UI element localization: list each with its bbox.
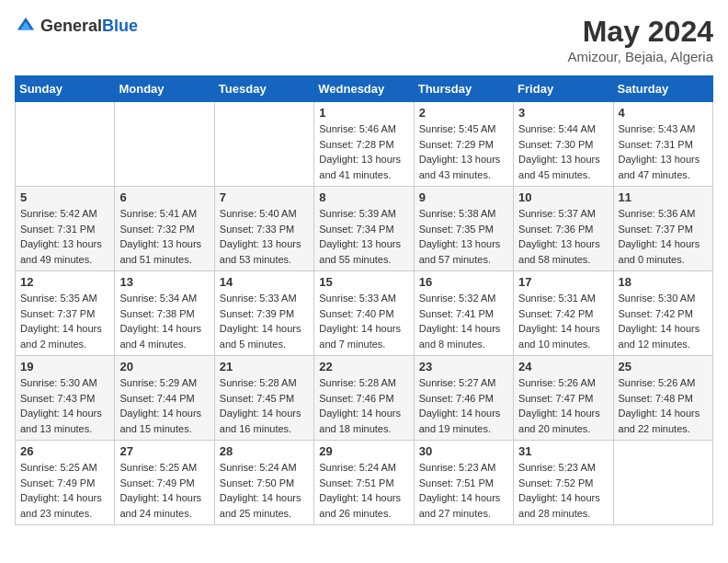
weekday-header-friday: Friday [514,76,613,102]
day-number: 12 [20,275,109,289]
logo-general: General [40,17,102,35]
calendar-cell: 16Sunrise: 5:32 AMSunset: 7:41 PMDayligh… [414,271,513,356]
calendar-cell: 30Sunrise: 5:23 AMSunset: 7:51 PMDayligh… [414,441,513,525]
day-info: Sunrise: 5:40 AMSunset: 7:33 PMDaylight:… [220,206,309,267]
day-number: 22 [319,360,408,373]
calendar-cell [115,102,214,187]
calendar-week-5: 26Sunrise: 5:25 AMSunset: 7:49 PMDayligh… [16,441,713,525]
weekday-header-saturday: Saturday [613,76,712,102]
day-number: 2 [419,106,508,120]
day-number: 5 [20,190,109,204]
calendar-table: SundayMondayTuesdayWednesdayThursdayFrid… [15,75,713,525]
day-number: 9 [419,190,508,204]
logo-blue: Blue [102,17,138,35]
calendar-cell: 7Sunrise: 5:40 AMSunset: 7:33 PMDaylight… [214,187,313,271]
calendar-cell: 20Sunrise: 5:29 AMSunset: 7:44 PMDayligh… [115,356,214,441]
logo-icon [15,15,37,37]
day-number: 1 [319,106,408,120]
weekday-header-sunday: Sunday [16,76,115,102]
day-info: Sunrise: 5:42 AMSunset: 7:31 PMDaylight:… [20,206,109,267]
day-info: Sunrise: 5:31 AMSunset: 7:42 PMDaylight:… [518,291,608,351]
logo: GeneralBlue [15,15,138,37]
day-number: 17 [518,275,608,289]
calendar-cell: 25Sunrise: 5:26 AMSunset: 7:48 PMDayligh… [613,356,712,441]
calendar-cell: 26Sunrise: 5:25 AMSunset: 7:49 PMDayligh… [16,441,115,525]
calendar-cell: 5Sunrise: 5:42 AMSunset: 7:31 PMDaylight… [16,187,115,271]
page-header: GeneralBlue May 2024 Amizour, Bejaia, Al… [15,15,713,64]
day-info: Sunrise: 5:45 AMSunset: 7:29 PMDaylight:… [419,121,508,182]
calendar-cell: 24Sunrise: 5:26 AMSunset: 7:47 PMDayligh… [514,356,613,441]
calendar-cell: 9Sunrise: 5:38 AMSunset: 7:35 PMDaylight… [414,187,513,271]
day-info: Sunrise: 5:29 AMSunset: 7:44 PMDaylight:… [119,375,209,436]
calendar-week-2: 5Sunrise: 5:42 AMSunset: 7:31 PMDaylight… [16,187,713,271]
day-number: 24 [518,360,608,373]
calendar-body: 1Sunrise: 5:46 AMSunset: 7:28 PMDaylight… [16,102,713,525]
calendar-cell: 3Sunrise: 5:44 AMSunset: 7:30 PMDaylight… [514,102,613,187]
calendar-cell: 10Sunrise: 5:37 AMSunset: 7:36 PMDayligh… [514,187,613,271]
day-number: 8 [319,190,408,204]
day-info: Sunrise: 5:25 AMSunset: 7:49 PMDaylight:… [20,460,109,521]
day-info: Sunrise: 5:46 AMSunset: 7:28 PMDaylight:… [319,121,408,182]
weekday-header-row: SundayMondayTuesdayWednesdayThursdayFrid… [16,76,713,102]
day-info: Sunrise: 5:30 AMSunset: 7:42 PMDaylight:… [619,291,708,351]
day-info: Sunrise: 5:44 AMSunset: 7:30 PMDaylight:… [518,121,608,182]
calendar-cell: 12Sunrise: 5:35 AMSunset: 7:37 PMDayligh… [16,271,115,356]
day-number: 13 [119,275,209,289]
calendar-cell: 2Sunrise: 5:45 AMSunset: 7:29 PMDaylight… [414,102,513,187]
day-number: 31 [518,444,608,458]
day-info: Sunrise: 5:24 AMSunset: 7:51 PMDaylight:… [319,460,408,521]
day-number: 28 [220,444,309,458]
day-info: Sunrise: 5:33 AMSunset: 7:39 PMDaylight:… [220,291,309,351]
day-number: 6 [119,190,209,204]
calendar-cell: 22Sunrise: 5:28 AMSunset: 7:46 PMDayligh… [314,356,414,441]
title-block: May 2024 Amizour, Bejaia, Algeria [568,15,713,64]
calendar-cell: 28Sunrise: 5:24 AMSunset: 7:50 PMDayligh… [214,441,313,525]
calendar-cell: 15Sunrise: 5:33 AMSunset: 7:40 PMDayligh… [314,271,414,356]
day-info: Sunrise: 5:28 AMSunset: 7:45 PMDaylight:… [220,375,309,436]
day-number: 30 [419,444,508,458]
calendar-cell: 17Sunrise: 5:31 AMSunset: 7:42 PMDayligh… [514,271,613,356]
calendar-cell: 13Sunrise: 5:34 AMSunset: 7:38 PMDayligh… [115,271,214,356]
day-number: 19 [20,360,109,373]
day-info: Sunrise: 5:39 AMSunset: 7:34 PMDaylight:… [319,206,408,267]
calendar-week-1: 1Sunrise: 5:46 AMSunset: 7:28 PMDaylight… [16,102,713,187]
day-info: Sunrise: 5:34 AMSunset: 7:38 PMDaylight:… [119,291,209,351]
calendar-cell: 29Sunrise: 5:24 AMSunset: 7:51 PMDayligh… [314,441,414,525]
day-info: Sunrise: 5:37 AMSunset: 7:36 PMDaylight:… [518,206,608,267]
day-info: Sunrise: 5:36 AMSunset: 7:37 PMDaylight:… [619,206,708,267]
day-number: 14 [220,275,309,289]
calendar-cell: 6Sunrise: 5:41 AMSunset: 7:32 PMDaylight… [115,187,214,271]
calendar-cell [613,441,712,525]
day-info: Sunrise: 5:28 AMSunset: 7:46 PMDaylight:… [319,375,408,436]
weekday-header-monday: Monday [115,76,214,102]
day-info: Sunrise: 5:24 AMSunset: 7:50 PMDaylight:… [220,460,309,521]
day-info: Sunrise: 5:35 AMSunset: 7:37 PMDaylight:… [20,291,109,351]
day-info: Sunrise: 5:43 AMSunset: 7:31 PMDaylight:… [619,121,708,182]
day-info: Sunrise: 5:26 AMSunset: 7:47 PMDaylight:… [518,375,608,436]
day-number: 29 [319,444,408,458]
calendar-week-3: 12Sunrise: 5:35 AMSunset: 7:37 PMDayligh… [16,271,713,356]
day-number: 25 [619,360,708,373]
calendar-cell: 8Sunrise: 5:39 AMSunset: 7:34 PMDaylight… [314,187,414,271]
calendar-cell: 27Sunrise: 5:25 AMSunset: 7:49 PMDayligh… [115,441,214,525]
day-number: 20 [119,360,209,373]
day-info: Sunrise: 5:23 AMSunset: 7:51 PMDaylight:… [419,460,508,521]
day-number: 10 [518,190,608,204]
calendar-cell [16,102,115,187]
day-number: 21 [220,360,309,373]
day-number: 4 [619,106,708,120]
month-year: May 2024 [568,15,713,49]
calendar-cell: 4Sunrise: 5:43 AMSunset: 7:31 PMDaylight… [613,102,712,187]
calendar-cell [214,102,313,187]
day-info: Sunrise: 5:32 AMSunset: 7:41 PMDaylight:… [419,291,508,351]
day-number: 15 [319,275,408,289]
weekday-header-wednesday: Wednesday [314,76,414,102]
weekday-header-tuesday: Tuesday [214,76,313,102]
calendar-week-4: 19Sunrise: 5:30 AMSunset: 7:43 PMDayligh… [16,356,713,441]
day-number: 7 [220,190,309,204]
day-number: 23 [419,360,508,373]
day-info: Sunrise: 5:33 AMSunset: 7:40 PMDaylight:… [319,291,408,351]
calendar-cell: 1Sunrise: 5:46 AMSunset: 7:28 PMDaylight… [314,102,414,187]
calendar-cell: 19Sunrise: 5:30 AMSunset: 7:43 PMDayligh… [16,356,115,441]
day-number: 3 [518,106,608,120]
